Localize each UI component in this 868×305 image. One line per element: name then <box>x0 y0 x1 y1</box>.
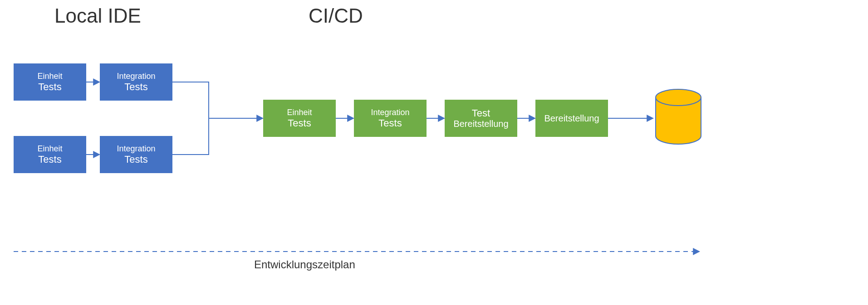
diagram-canvas: Local IDE CI/CD Einheit Tests Integratio… <box>0 0 868 305</box>
box-local-unit-1: Einheit Tests <box>14 63 86 101</box>
box-local-int-2-line2: Tests <box>124 154 147 165</box>
box-cicd-test-dep: Test Bereitstellung <box>445 100 517 137</box>
box-local-int-1-line1: Integration <box>117 72 155 81</box>
box-cicd-unit-line1: Einheit <box>287 108 312 117</box>
heading-cicd: CI/CD <box>309 5 363 27</box>
box-local-unit-1-line2: Tests <box>38 81 61 92</box>
box-cicd-test-dep-line2: Bereitstellung <box>453 119 508 129</box>
box-local-int-2-line1: Integration <box>117 144 155 154</box>
box-cicd-dep-line2: Bereitstellung <box>544 113 599 124</box>
box-cicd-int: Integration Tests <box>354 100 427 137</box>
box-local-unit-2-line2: Tests <box>38 154 61 165</box>
box-local-int-2: Integration Tests <box>100 136 172 173</box>
box-local-int-1: Integration Tests <box>100 63 172 101</box>
box-local-int-1-line2: Tests <box>124 81 147 92</box>
heading-local-ide: Local IDE <box>54 5 141 27</box>
connector-merge <box>172 82 262 155</box>
box-local-unit-2: Einheit Tests <box>14 136 86 173</box>
box-cicd-int-line1: Integration <box>371 108 409 117</box>
timeline-label: Entwicklungszeitplan <box>254 258 355 271</box>
svg-point-0 <box>656 89 701 106</box>
box-cicd-unit-line2: Tests <box>288 117 311 129</box>
box-cicd-dep: Bereitstellung <box>535 100 608 137</box>
box-local-unit-1-line1: Einheit <box>37 72 62 81</box>
box-cicd-int-line2: Tests <box>378 117 402 129</box>
database-icon <box>656 89 701 144</box>
box-local-unit-2-line1: Einheit <box>37 144 62 154</box>
box-cicd-test-dep-line1: Test <box>472 107 490 119</box>
box-cicd-unit: Einheit Tests <box>263 100 336 137</box>
